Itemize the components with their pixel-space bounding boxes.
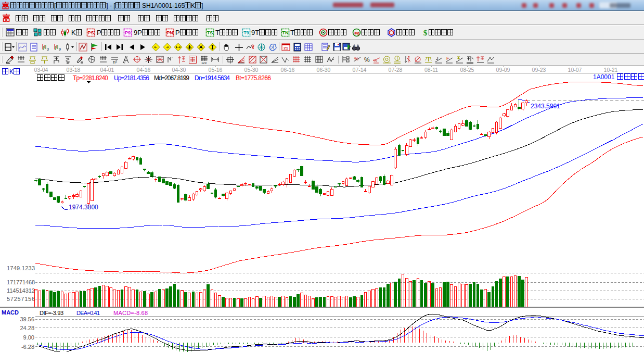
svg-text:DEA=0.41: DEA=0.41: [76, 310, 100, 316]
svg-text:Up=2181.4356: Up=2181.4356: [114, 74, 149, 82]
svg-text:57257156: 57257156: [7, 296, 35, 302]
svg-text:08-25: 08-25: [460, 67, 474, 73]
svg-text:123: 123: [201, 61, 207, 65]
svg-text:05-16: 05-16: [209, 67, 223, 73]
svg-text:06-16: 06-16: [281, 67, 295, 73]
svg-text:1A0001: 1A0001: [593, 73, 615, 81]
svg-text:05-30: 05-30: [244, 67, 259, 73]
svg-text:06-30: 06-30: [317, 67, 331, 73]
svg-text:Tp=2281.8240: Tp=2281.8240: [73, 74, 108, 82]
svg-text:DIF=-3.93: DIF=-3.93: [40, 310, 63, 316]
svg-text:08-11: 08-11: [424, 67, 438, 73]
svg-text:03-18: 03-18: [67, 67, 81, 73]
svg-text:PS: PS: [87, 30, 94, 35]
svg-text:": ": [172, 56, 173, 60]
svg-text:$: $: [423, 29, 428, 37]
svg-text:J: J: [436, 56, 439, 61]
svg-text:04-01: 04-01: [100, 67, 114, 73]
svg-text:24.28: 24.28: [20, 325, 34, 331]
svg-text:39.56: 39.56: [20, 316, 34, 322]
svg-text:09-09: 09-09: [496, 67, 510, 73]
svg-text:Dn=1914.5634: Dn=1914.5634: [195, 74, 230, 82]
svg-text:%: %: [364, 56, 370, 64]
svg-text:TN: TN: [282, 30, 289, 35]
svg-text:P9: P9: [125, 30, 131, 35]
svg-text:9: 9: [59, 47, 61, 51]
svg-text:9.00: 9.00: [23, 334, 34, 341]
svg-text:TS: TS: [207, 30, 213, 35]
svg-text:04-30: 04-30: [172, 67, 186, 73]
svg-text:PN: PN: [166, 30, 173, 35]
svg-text:3: 3: [47, 47, 49, 51]
svg-text:03-04: 03-04: [34, 67, 48, 73]
svg-text:%: %: [373, 58, 377, 63]
svg-text:MACD: MACD: [2, 309, 19, 316]
svg-text:-6.28: -6.28: [21, 344, 34, 350]
svg-text:F: F: [446, 56, 449, 61]
svg-text:04-16: 04-16: [137, 67, 151, 73]
svg-text:K: K: [9, 68, 14, 76]
svg-text:Big: Big: [354, 31, 359, 35]
svg-text:10-21: 10-21: [604, 67, 618, 73]
svg-text:1974.3800: 1974.3800: [69, 204, 98, 211]
svg-text:171771468: 171771468: [7, 279, 35, 285]
svg-text:T9: T9: [243, 30, 249, 35]
svg-text:09-23: 09-23: [532, 67, 546, 73]
svg-text:07-28: 07-28: [389, 67, 403, 73]
svg-text:07-14: 07-14: [353, 67, 367, 73]
svg-text:Md=2067.8199: Md=2067.8199: [154, 74, 189, 82]
svg-text:10-07: 10-07: [568, 67, 582, 73]
svg-text:n²: n²: [113, 59, 117, 65]
svg-text:1749.1233: 1749.1233: [7, 265, 35, 271]
svg-text:114514312: 114514312: [7, 287, 35, 294]
svg-text:MACD=-8.68: MACD=-8.68: [113, 310, 148, 316]
svg-text:Bt=1775.8266: Bt=1775.8266: [236, 74, 271, 82]
svg-text:2343.5901: 2343.5901: [531, 103, 560, 110]
svg-text:21: 21: [284, 46, 288, 51]
svg-text:%: %: [354, 56, 358, 61]
